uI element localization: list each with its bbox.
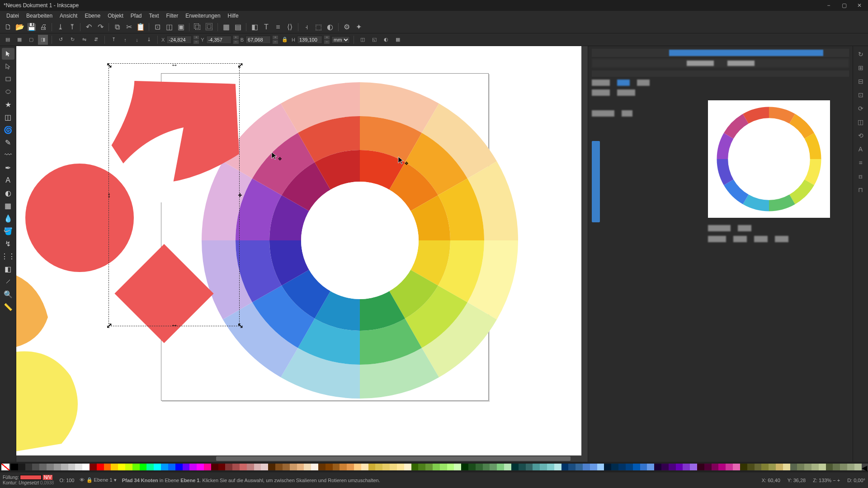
palette-swatch[interactable] bbox=[254, 464, 261, 470]
trace-icon[interactable]: ◐ bbox=[325, 22, 335, 33]
palette-swatch[interactable] bbox=[168, 464, 175, 470]
group-icon[interactable]: ▦ bbox=[221, 22, 231, 33]
palette-swatch[interactable] bbox=[683, 464, 690, 470]
mesh-tool-icon[interactable]: ▦ bbox=[2, 200, 14, 211]
ungroup-icon[interactable]: ▤ bbox=[232, 22, 243, 33]
fill-swatch[interactable] bbox=[20, 475, 42, 480]
palette-swatch[interactable] bbox=[146, 464, 154, 470]
palette-swatch[interactable] bbox=[118, 464, 125, 470]
palette-swatch[interactable] bbox=[25, 464, 33, 470]
palette-swatch[interactable] bbox=[476, 464, 483, 470]
circle-tool-icon[interactable] bbox=[2, 86, 14, 98]
selector-tool-icon[interactable] bbox=[2, 48, 14, 60]
menu-text[interactable]: Text bbox=[146, 12, 163, 20]
b-dec[interactable]: − bbox=[273, 40, 278, 44]
palette-swatch[interactable] bbox=[354, 464, 361, 470]
palette-swatch[interactable] bbox=[676, 464, 683, 470]
palette-swatch[interactable] bbox=[404, 464, 411, 470]
zoom[interactable]: Z: 133% − + bbox=[813, 478, 840, 483]
palette-swatch[interactable] bbox=[290, 464, 297, 470]
palette-swatch[interactable] bbox=[375, 464, 382, 470]
palette-swatch[interactable] bbox=[540, 464, 547, 470]
b-input[interactable] bbox=[245, 36, 271, 44]
text-icon[interactable]: T bbox=[261, 22, 272, 33]
side-btn-4-icon[interactable]: ⊡ bbox=[855, 89, 866, 100]
palette-swatch[interactable] bbox=[68, 464, 75, 470]
palette-swatch[interactable] bbox=[718, 464, 726, 470]
gradient-tool-icon[interactable]: ◐ bbox=[2, 187, 14, 199]
rect-tool-icon[interactable] bbox=[2, 73, 14, 85]
palette-swatch[interactable] bbox=[568, 464, 576, 470]
affect-gradient-icon[interactable]: ◐ bbox=[381, 35, 391, 45]
palette-swatch[interactable] bbox=[318, 464, 326, 470]
cut-icon[interactable]: ✂ bbox=[123, 22, 134, 33]
palette-none-swatch[interactable] bbox=[1, 464, 9, 470]
palette-swatch[interactable] bbox=[669, 464, 676, 470]
y-dec[interactable]: − bbox=[233, 40, 239, 44]
palette-swatch[interactable] bbox=[425, 464, 433, 470]
palette-swatch[interactable] bbox=[483, 464, 490, 470]
palette-swatch[interactable] bbox=[597, 464, 604, 470]
palette-swatch[interactable] bbox=[554, 464, 561, 470]
palette-swatch[interactable] bbox=[183, 464, 190, 470]
paintbucket-tool-icon[interactable]: 🪣 bbox=[2, 225, 14, 237]
eraser-tool-icon[interactable]: ◧ bbox=[2, 263, 14, 275]
palette-swatch[interactable] bbox=[490, 464, 497, 470]
palette-swatch[interactable] bbox=[32, 464, 39, 470]
measure-tool-icon[interactable]: 📏 bbox=[2, 301, 14, 313]
palette-swatch[interactable] bbox=[311, 464, 318, 470]
palette-swatch[interactable] bbox=[225, 464, 232, 470]
menu-objekt[interactable]: Objekt bbox=[104, 12, 127, 20]
palette-swatch[interactable] bbox=[611, 464, 618, 470]
h-inc[interactable]: + bbox=[324, 36, 330, 39]
undo-icon[interactable]: ↶ bbox=[83, 22, 94, 33]
palette-swatch[interactable] bbox=[690, 464, 697, 470]
palette-swatch[interactable] bbox=[154, 464, 161, 470]
side-btn-10-icon[interactable]: ⧈ bbox=[855, 171, 866, 182]
palette-swatch[interactable] bbox=[847, 464, 854, 470]
close-icon[interactable]: ✕ bbox=[856, 2, 863, 9]
palette-swatch[interactable] bbox=[268, 464, 275, 470]
fill-stroke-icon[interactable]: ◧ bbox=[249, 22, 260, 33]
palette-swatch[interactable] bbox=[132, 464, 140, 470]
layer-indicator[interactable]: 👁 🔒 Ebene 1 ▾ bbox=[80, 477, 116, 483]
palette-swatch[interactable] bbox=[440, 464, 447, 470]
palette-swatch[interactable] bbox=[769, 464, 776, 470]
palette-swatch[interactable] bbox=[576, 464, 583, 470]
palette-swatch[interactable] bbox=[790, 464, 797, 470]
text-tool-icon[interactable]: A bbox=[2, 174, 14, 186]
affect-corners-icon[interactable]: ◱ bbox=[369, 35, 379, 45]
palette-swatch[interactable] bbox=[140, 464, 147, 470]
palette-swatch[interactable] bbox=[39, 464, 47, 470]
palette-swatch[interactable] bbox=[726, 464, 733, 470]
palette-swatch[interactable] bbox=[54, 464, 61, 470]
palette-swatch[interactable] bbox=[204, 464, 211, 470]
palette-swatch[interactable] bbox=[740, 464, 747, 470]
calligraphy-tool-icon[interactable]: ✒ bbox=[2, 162, 14, 174]
zoom-page-icon[interactable]: ▣ bbox=[175, 22, 186, 33]
palette-swatch[interactable] bbox=[340, 464, 347, 470]
palette-swatch[interactable] bbox=[797, 464, 804, 470]
palette-swatch[interactable] bbox=[712, 464, 719, 470]
menu-pfad[interactable]: Pfad bbox=[127, 12, 146, 20]
affect-pattern-icon[interactable]: ▦ bbox=[393, 35, 403, 45]
palette-swatch[interactable] bbox=[347, 464, 354, 470]
rotate-ccw-icon[interactable]: ↺ bbox=[56, 35, 66, 45]
palette-swatch[interactable] bbox=[511, 464, 519, 470]
palette-swatch[interactable] bbox=[390, 464, 397, 470]
palette-swatch[interactable] bbox=[626, 464, 633, 470]
palette-swatch[interactable] bbox=[747, 464, 755, 470]
palette-swatch[interactable] bbox=[804, 464, 811, 470]
palette-swatch[interactable] bbox=[47, 464, 54, 470]
palette-swatch[interactable] bbox=[661, 464, 669, 470]
palette-swatch[interactable] bbox=[468, 464, 476, 470]
dropper-tool-icon[interactable]: 💧 bbox=[2, 212, 14, 224]
palette-swatch[interactable] bbox=[411, 464, 419, 470]
redo-icon[interactable]: ↷ bbox=[95, 22, 106, 33]
menu-ansicht[interactable]: Ansicht bbox=[56, 12, 81, 20]
clone-icon[interactable]: ⿴ bbox=[204, 22, 215, 33]
palette-swatch[interactable] bbox=[104, 464, 111, 470]
palette-swatch[interactable] bbox=[326, 464, 333, 470]
palette-swatch[interactable] bbox=[447, 464, 454, 470]
palette-swatch[interactable] bbox=[590, 464, 597, 470]
